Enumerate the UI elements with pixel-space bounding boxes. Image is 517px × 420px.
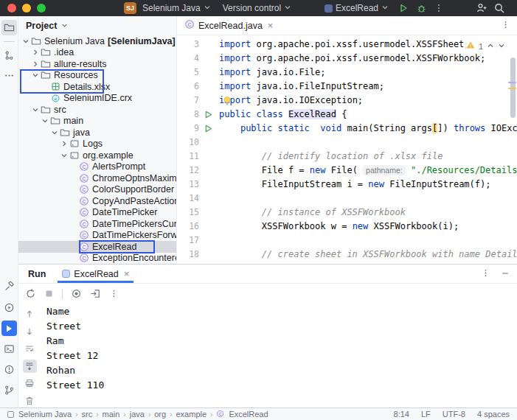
- code-line-11[interactable]: 11 // identify location of .xlsx file: [177, 150, 517, 164]
- line-separator-widget[interactable]: LF: [421, 410, 431, 419]
- code-line-6[interactable]: 6import java.io.FileInputStream;: [177, 80, 517, 94]
- code-line-18[interactable]: 18 // create sheet in XSSFWorkbook with …: [177, 248, 517, 262]
- scroll-up-icon[interactable]: [23, 307, 37, 321]
- close-tab-icon[interactable]: ×: [124, 269, 130, 279]
- chevron-right-icon[interactable]: [60, 140, 69, 147]
- tree-item-chromeoptnsmaximized[interactable]: CChromeOptnsMaximized: [18, 172, 176, 184]
- project-folder-icon[interactable]: [1, 20, 17, 35]
- build-hammer-tool-window-icon[interactable]: [1, 279, 17, 295]
- debug-bug-icon[interactable]: [412, 1, 430, 15]
- tree-item-alertsprompt[interactable]: CAlertsPrompt: [18, 161, 176, 173]
- print-icon[interactable]: [23, 377, 37, 391]
- scroll-down-icon[interactable]: [23, 325, 37, 339]
- breadcrumb-item[interactable]: example: [176, 410, 207, 419]
- project-menu[interactable]: Selenium Java: [136, 0, 217, 16]
- code-line-14[interactable]: 14: [177, 192, 517, 206]
- breadcrumb-item[interactable]: org: [154, 410, 166, 419]
- scroll-to-end-icon[interactable]: [23, 360, 37, 374]
- run-tool-window-icon[interactable]: [1, 321, 17, 336]
- close-tab-icon[interactable]: ×: [268, 21, 274, 30]
- more-horizontal-icon[interactable]: [1, 68, 17, 83]
- code-editor[interactable]: 3import org.apache.poi.xssf.usermodel.XS…: [177, 35, 517, 264]
- more-options-icon[interactable]: [109, 289, 119, 298]
- code-line-9[interactable]: 9 public static void main(String args[])…: [177, 122, 517, 136]
- tree-item-seleniumide-crx[interactable]: eSeleniumIDE.crx: [18, 93, 176, 105]
- editor-tab-excelread-java[interactable]: C ExcelRead.java ×: [177, 16, 280, 35]
- code-line-7[interactable]: 7import java.io.IOException;: [177, 94, 517, 108]
- chevron-down-icon[interactable]: [41, 117, 49, 125]
- version-control-branch-tool-window-icon[interactable]: [1, 382, 17, 398]
- project-panel-header[interactable]: Project: [18, 16, 176, 35]
- tree-item-excelread[interactable]: CExcelRead: [18, 241, 176, 253]
- caret-position-widget[interactable]: 8:14: [394, 410, 409, 419]
- run-line-icon[interactable]: [202, 122, 215, 136]
- breadcrumb-item[interactable]: Selenium Java: [18, 410, 72, 419]
- tree-item-details-xlsx[interactable]: Details.xlsx: [18, 81, 176, 93]
- zoom-window-button[interactable]: [37, 4, 46, 13]
- services-tool-window-icon[interactable]: [1, 300, 17, 315]
- chevron-down-icon[interactable]: [31, 71, 40, 79]
- tree-item-java[interactable]: java: [18, 127, 176, 139]
- chevron-down-icon[interactable]: [60, 152, 69, 159]
- run-line-icon[interactable]: [202, 108, 215, 122]
- code-line-8[interactable]: 8public class ExcelRead {: [177, 108, 517, 122]
- chevron-right-icon[interactable]: [31, 49, 40, 56]
- prev-warning-icon[interactable]: [487, 40, 494, 54]
- editor-more-options-icon[interactable]: [501, 19, 510, 32]
- inspections-widget[interactable]: 1: [466, 40, 505, 54]
- run-panel-options-icon[interactable]: [481, 267, 490, 281]
- tree-item-allure-results[interactable]: allure-results: [18, 58, 176, 70]
- code-line-17[interactable]: 17: [177, 234, 517, 248]
- code-line-13[interactable]: 13 FileInputStream i = new FileInputStre…: [177, 178, 517, 192]
- next-warning-icon[interactable]: [498, 40, 505, 54]
- code-line-16[interactable]: 16 XSSFWorkbook w = new XSSFWorkbook(i);: [177, 220, 517, 234]
- tree-item-src[interactable]: src: [18, 104, 176, 116]
- close-window-button[interactable]: [7, 4, 16, 13]
- tree-item-resources[interactable]: Resources: [18, 70, 176, 82]
- tree-item-logs[interactable]: Logs: [18, 139, 176, 150]
- search-icon[interactable]: [490, 1, 508, 15]
- tree-item-copyandpasteactions[interactable]: CCopyAndPasteActions: [18, 195, 176, 207]
- rerun-icon[interactable]: [25, 288, 36, 299]
- code-line-10[interactable]: 10: [177, 136, 517, 150]
- soft-wrap-icon[interactable]: [23, 342, 37, 356]
- clear-all-icon[interactable]: [23, 394, 37, 408]
- tree-item-dattimepickersforward[interactable]: CDatTimePickersForward: [18, 230, 176, 242]
- tree-item-main[interactable]: main: [18, 116, 176, 127]
- breadcrumb-item[interactable]: java: [130, 410, 145, 419]
- tree-item-colorsupportborder[interactable]: CColorSupportBorder: [18, 184, 176, 196]
- encoding-widget[interactable]: UTF-8: [443, 410, 465, 419]
- tree-item-datetimepicker[interactable]: CDateTimePicker: [18, 207, 176, 219]
- add-user-icon[interactable]: [473, 1, 490, 15]
- problems-tool-window-icon[interactable]: [1, 362, 17, 377]
- tree-item--idea[interactable]: .idea: [18, 47, 176, 59]
- run-tab-excelread[interactable]: ExcelRead ×: [58, 265, 133, 283]
- minimize-window-button[interactable]: [22, 4, 31, 13]
- code-line-5[interactable]: 5import java.io.File;: [177, 66, 517, 80]
- chevron-down-icon[interactable]: [31, 106, 40, 113]
- run-config-selector[interactable]: ExcelRead: [319, 0, 395, 16]
- chevron-down-icon[interactable]: [21, 38, 30, 45]
- indent-widget[interactable]: 4 spaces: [477, 410, 510, 419]
- tree-item-exceptionencountered[interactable]: CExceptionEncountered: [18, 253, 176, 265]
- breadcrumb-item[interactable]: src: [82, 410, 93, 419]
- tree-item-org-example[interactable]: org.example: [18, 150, 176, 161]
- chevron-right-icon[interactable]: [31, 60, 40, 68]
- console-options-icon[interactable]: [71, 288, 82, 299]
- import-test-results-icon[interactable]: [90, 288, 101, 299]
- stop-icon[interactable]: [44, 289, 54, 298]
- hide-panel-icon[interactable]: [501, 267, 510, 281]
- structure-icon[interactable]: [1, 48, 17, 63]
- svg-text:C: C: [219, 412, 222, 416]
- breadcrumb-class[interactable]: ExcelRead: [229, 410, 268, 419]
- tree-item-datetimepickerscurrent[interactable]: CDateTimePickersCurrent: [18, 218, 176, 230]
- code-line-12[interactable]: 12 File f = new File( pathname: "./Resou…: [177, 164, 517, 178]
- code-line-15[interactable]: 15 // instance of XSSFWorkbook: [177, 206, 517, 220]
- terminal-tool-window-icon[interactable]: [1, 341, 17, 357]
- vcs-menu[interactable]: Version control: [217, 0, 297, 16]
- more-options-icon[interactable]: [430, 1, 448, 15]
- chevron-down-icon[interactable]: [50, 129, 59, 136]
- tree-item-selenium-java[interactable]: Selenium Java[SeleniumJava]~/IdeaProject…: [18, 35, 176, 47]
- breadcrumb-item[interactable]: main: [103, 410, 120, 419]
- run-button[interactable]: [395, 1, 412, 15]
